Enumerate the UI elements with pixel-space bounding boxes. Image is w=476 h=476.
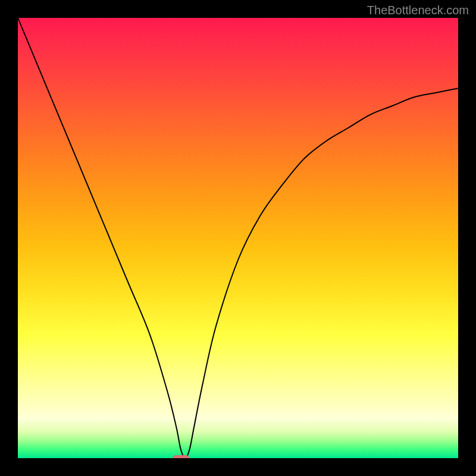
chart-frame: TheBottleneck.com xyxy=(0,0,476,476)
minimum-marker xyxy=(173,455,189,458)
bottleneck-curve xyxy=(18,18,458,458)
watermark-text: TheBottleneck.com xyxy=(367,4,469,17)
plot-area xyxy=(18,18,458,458)
curve-svg xyxy=(18,18,458,458)
